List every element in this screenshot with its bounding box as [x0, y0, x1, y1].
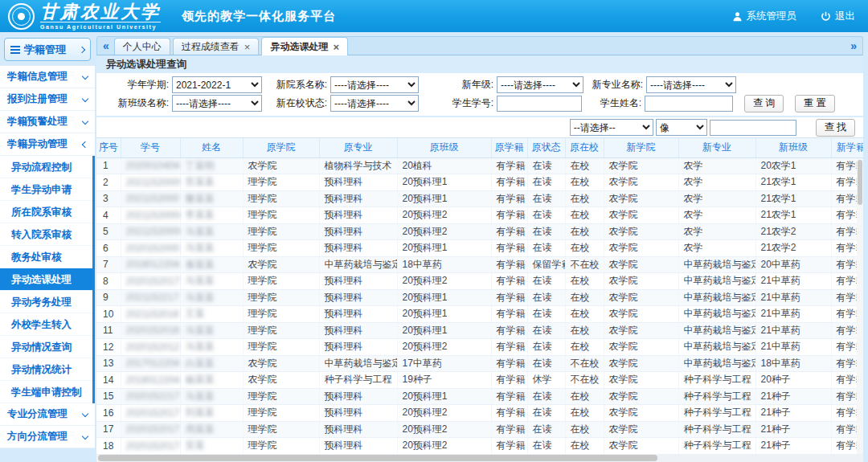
cell: 马某某: [180, 322, 243, 339]
column-header-原学籍[interactable]: 原学籍: [491, 138, 527, 157]
table-row[interactable]: 320211520007黎某某理学院预科理科20预科理1有学籍在读在校农学院农学…: [96, 190, 863, 207]
sidebar-item-异动流程控制[interactable]: 异动流程控制: [0, 156, 92, 178]
column-header-序号[interactable]: 序号: [96, 138, 121, 157]
sidebar-item-异动选课处理[interactable]: 异动选课处理: [0, 268, 92, 291]
logout-button[interactable]: 退出: [821, 10, 855, 23]
sidebar-menu: 学籍信息管理报到注册管理学籍预警处理学籍异动管理异动流程控制学生异动申请所在院系…: [0, 65, 95, 448]
cell: 中草药栽培与鉴定: [678, 322, 755, 339]
cell: 有学籍: [491, 388, 527, 405]
vertical-scrollbar[interactable]: [857, 158, 863, 454]
horizontal-scrollbar[interactable]: [96, 454, 863, 462]
cell: 在校: [565, 174, 604, 191]
table-row[interactable]: 1120201520169马某某理学院预科理科20预科理1有学籍在读在校农学院中…: [96, 322, 863, 339]
tab-过程成绩查看[interactable]: 过程成绩查看×: [173, 38, 260, 55]
sidebar-group-label: 学籍预警处理: [7, 115, 68, 129]
table-row[interactable]: 1320170122044白某某农学院中草药栽培与鉴定17中草药有学籍在读不在校…: [96, 355, 863, 372]
sidebar-group-报到注册管理[interactable]: 报到注册管理: [0, 88, 95, 111]
table-row[interactable]: 1820201520174安某理学院预科理科20预科理2有学籍在读在校农学院种子…: [96, 438, 863, 455]
cell: 安某: [180, 438, 243, 455]
sidebar-group-方向分流管理[interactable]: 方向分流管理: [0, 426, 95, 448]
new-grade-select[interactable]: ----请选择----: [497, 76, 583, 93]
column-header-原在校[interactable]: 原在校: [565, 138, 604, 157]
reset-button[interactable]: 重 置: [795, 95, 834, 112]
tab-scroll-right-icon[interactable]: »: [847, 37, 860, 55]
sidebar-root-menu[interactable]: 学籍管理: [4, 38, 91, 61]
table-row[interactable]: 620201520001马某某理学院预科理科20预科理1有学籍在读在校农学院农学…: [96, 240, 863, 257]
cell: 理学院: [243, 306, 319, 323]
cell: 预科理科: [319, 223, 397, 240]
table-row[interactable]: 420211520008李某某理学院预科理科20预科理2有学籍在读在校农学院农学…: [96, 207, 863, 224]
sidebar-item-异动情况统计[interactable]: 异动情况统计: [0, 358, 92, 381]
tab-close-icon[interactable]: ×: [244, 42, 251, 52]
sidebar-item-外校学生转入[interactable]: 外校学生转入: [0, 313, 92, 336]
table-row[interactable]: 1220201520128马某某理学院预科理科20预科理2有学籍在读在校农学院中…: [96, 339, 863, 356]
find-operator-select[interactable]: 像: [656, 119, 707, 136]
student-id-input[interactable]: [497, 96, 582, 112]
table-row[interactable]: 220211520009晋某某理学院预科理科20预科理1有学籍在读在校农学院农学…: [96, 174, 863, 191]
column-header-原学院[interactable]: 原学院: [243, 138, 319, 157]
table-row[interactable]: 120200104044丁某明农学院植物科学与技术20植科有学籍在读在校农学院农…: [96, 157, 863, 174]
column-header-姓名[interactable]: 姓名: [180, 138, 243, 157]
table-row[interactable]: 1720201520172周某某理学院预科理科20预科理2有学籍在读在校农学院种…: [96, 421, 863, 438]
table-row[interactable]: 1520201522179马某某理学院预科理科20预科理1有学籍在读在校农学院种…: [96, 388, 863, 405]
column-header-新学院[interactable]: 新学院: [604, 138, 678, 157]
cell: 20预科理2: [397, 207, 491, 224]
cell: 有学籍: [491, 207, 527, 224]
table-row[interactable]: 1420180122044杨某某农学院种子科学与工程19种子有学籍休学不在校农学…: [96, 372, 863, 389]
student-name-input[interactable]: [645, 96, 733, 112]
sidebar-item-异动考务处理[interactable]: 异动考务处理: [0, 291, 92, 313]
sidebar-item-转入院系审核[interactable]: 转入院系审核: [0, 223, 92, 246]
column-header-原状态[interactable]: 原状态: [527, 138, 565, 157]
cell: 有学籍: [491, 174, 527, 191]
table-row[interactable]: 520211520000马某某理学院预科理科20预科理2有学籍在读在校农学院农学…: [96, 223, 863, 240]
tab-个人中心[interactable]: 个人中心: [114, 38, 170, 55]
vertical-scrollbar-thumb[interactable]: [858, 160, 862, 205]
sidebar-item-所在院系审核[interactable]: 所在院系审核: [0, 201, 92, 223]
new-major-select[interactable]: ----请选择----: [646, 76, 736, 93]
table-row[interactable]: 1620201520176刘某某理学院预科理科20预科理2有学籍在读在校农学院种…: [96, 405, 863, 422]
table-row[interactable]: 1020211520167王某理学院预科理科20预科理1有学籍在读在校农学院中草…: [96, 306, 863, 323]
chevron-down-icon: [82, 72, 88, 79]
cell: 20预科理1: [397, 289, 491, 306]
cell: 20211520009: [121, 174, 180, 191]
tab-scroll-left-icon[interactable]: «: [100, 37, 113, 55]
semester-select[interactable]: 2021-2022-1: [172, 76, 262, 93]
sidebar-group-学籍异动管理[interactable]: 学籍异动管理: [0, 133, 95, 156]
new-department-select[interactable]: ----请选择----: [330, 76, 419, 93]
cell: 中草药栽培与鉴定: [678, 273, 755, 290]
sidebar-group-学籍信息管理[interactable]: 学籍信息管理: [0, 66, 95, 88]
tab-close-icon[interactable]: ×: [333, 42, 339, 52]
current-user[interactable]: 系统管理员: [732, 10, 797, 23]
table-row[interactable]: 820201520170马某某理学院预科理科20预科理2有学籍在读在校农学院中草…: [96, 273, 863, 290]
column-header-原班级[interactable]: 原班级: [397, 138, 491, 157]
cell: 有学籍: [491, 157, 527, 174]
find-field-select[interactable]: --请选择--: [570, 119, 653, 136]
new-class-select-label: 新班级名称:: [109, 96, 172, 110]
sidebar-item-学生异动申请[interactable]: 学生异动申请: [0, 178, 92, 201]
cell: 20预科理1: [397, 240, 491, 257]
new-campus-status-select[interactable]: ----请选择----: [330, 95, 419, 112]
tab-异动选课处理[interactable]: 异动选课处理×: [261, 37, 348, 55]
sidebar-item-学生端申请控制[interactable]: 学生端申请控制: [0, 381, 92, 403]
find-button[interactable]: 查 找: [816, 119, 855, 137]
sidebar-group-学籍预警处理[interactable]: 学籍预警处理: [0, 111, 95, 133]
cell: 预科理科: [319, 174, 397, 191]
cell: 理学院: [243, 405, 319, 422]
table-row[interactable]: 920211522171马某某理学院预科理科20预科理1有学籍在读在校农学院中草…: [96, 289, 863, 306]
sidebar-item-异动情况查询[interactable]: 异动情况查询: [0, 336, 92, 358]
column-header-原专业[interactable]: 原专业: [319, 138, 397, 157]
cell: 在读: [527, 421, 565, 438]
new-class-select[interactable]: ----请选择----: [172, 95, 262, 112]
column-header-学号[interactable]: 学号: [121, 138, 180, 157]
sidebar-group-专业分流管理[interactable]: 专业分流管理: [0, 403, 95, 426]
user-icon: [732, 11, 743, 22]
column-header-新专业[interactable]: 新专业: [678, 138, 755, 157]
query-button[interactable]: 查 询: [744, 95, 784, 112]
cell: 14: [96, 372, 121, 389]
column-header-新班级[interactable]: 新班级: [755, 138, 831, 157]
sidebar-item-教务处审核[interactable]: 教务处审核: [0, 246, 92, 268]
column-header-新学籍[interactable]: 新学籍: [831, 138, 863, 157]
find-input[interactable]: [710, 120, 796, 136]
table-row[interactable]: 720180122046秦某某农学院中草药栽培与鉴定18中草药有学籍保留学籍不在…: [96, 256, 863, 273]
horizontal-scrollbar-thumb[interactable]: [98, 455, 657, 461]
